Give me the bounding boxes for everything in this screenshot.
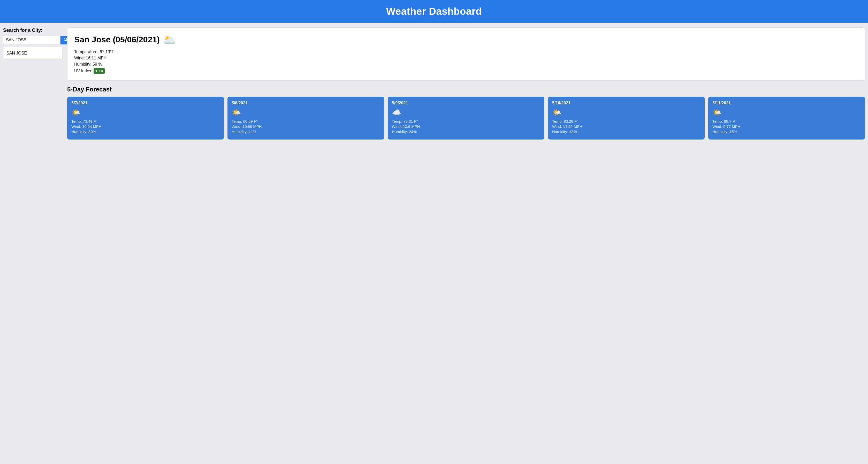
wind-value: 16.11 MPH — [86, 56, 106, 60]
forecast-temp: Temp: 78.31 F° — [392, 119, 540, 124]
forecast-cards: 5/7/2021 🌤️ Temp: 73.49 F° Wind: 10.04 M… — [67, 97, 865, 139]
search-row — [3, 36, 63, 44]
search-label: Search for a City: — [3, 27, 63, 33]
forecast-wind: Wind: 10.6 MPH — [392, 125, 540, 129]
forecast-date: 5/10/2021 — [552, 101, 701, 105]
current-weather-icon: 🌥️ — [163, 33, 176, 46]
sidebar: Search for a City: SAN JOSE — [3, 27, 63, 59]
forecast-day-card: 5/9/2021 ☁️ Temp: 78.31 F° Wind: 10.6 MP… — [388, 97, 545, 139]
forecast-temp: Temp: 80.69 F° — [231, 119, 380, 124]
forecast-date: 5/8/2021 — [231, 101, 380, 105]
search-input[interactable] — [3, 36, 61, 44]
content-area: San Jose (05/06/2021) 🌥️ Temperature: 67… — [67, 27, 865, 139]
forecast-day-card: 5/11/2021 🌤️ Temp: 88.7 F° Wind: 5.77 MP… — [708, 97, 865, 139]
search-results: SAN JOSE — [3, 47, 63, 59]
app-title: Weather Dashboard — [0, 6, 868, 17]
app-header: Weather Dashboard — [0, 0, 868, 23]
forecast-humidity: Humidity: 13% — [552, 130, 701, 134]
city-name: San Jose (05/06/2021) — [74, 35, 160, 44]
temperature-detail: Temperature: 67.19°F — [74, 49, 858, 54]
wind-detail: Wind: 16.11 MPH — [74, 56, 858, 61]
main-layout: Search for a City: SAN JOSE San Jose (05… — [0, 23, 868, 144]
forecast-humidity: Humidity: 15% — [712, 130, 861, 134]
list-item[interactable]: SAN JOSE — [3, 47, 62, 59]
forecast-weather-icon: 🌤️ — [231, 108, 380, 117]
current-weather-card: San Jose (05/06/2021) 🌥️ Temperature: 67… — [67, 27, 865, 80]
forecast-humidity: Humidity: 11% — [231, 130, 380, 134]
forecast-weather-icon: ☁️ — [392, 108, 540, 117]
forecast-weather-icon: 🌤️ — [552, 108, 701, 117]
wind-label: Wind: — [74, 56, 85, 60]
humidity-detail: Humidity: 59 % — [74, 62, 858, 67]
forecast-temp: Temp: 83.28 F° — [552, 119, 701, 124]
forecast-title: 5-Day Forecast — [67, 86, 865, 93]
forecast-wind: Wind: 10.89 MPH — [231, 125, 380, 129]
humidity-value: 59 % — [93, 62, 102, 66]
forecast-temp: Temp: 73.49 F° — [71, 119, 220, 124]
forecast-day-card: 5/7/2021 🌤️ Temp: 73.49 F° Wind: 10.04 M… — [67, 97, 224, 139]
forecast-wind: Wind: 5.77 MPH — [712, 125, 861, 129]
forecast-wind: Wind: 11.52 MPH — [552, 125, 701, 129]
forecast-date: 5/9/2021 — [392, 101, 540, 105]
forecast-wind: Wind: 10.04 MPH — [71, 125, 220, 129]
city-title: San Jose (05/06/2021) 🌥️ — [74, 33, 858, 46]
forecast-day-card: 5/10/2021 🌤️ Temp: 83.28 F° Wind: 11.52 … — [548, 97, 705, 139]
forecast-date: 5/11/2021 — [712, 101, 861, 105]
forecast-humidity: Humidity: 24% — [392, 130, 540, 134]
uv-badge: 1.14 — [94, 68, 105, 74]
temperature-label: Temperature: — [74, 49, 98, 54]
temperature-value: 67.19°F — [100, 49, 114, 54]
forecast-weather-icon: 🌤️ — [712, 108, 861, 117]
uv-detail: UV Index: 1.14 — [74, 68, 858, 74]
forecast-temp: Temp: 88.7 F° — [712, 119, 861, 124]
forecast-weather-icon: 🌤️ — [71, 108, 220, 117]
forecast-day-card: 5/8/2021 🌤️ Temp: 80.69 F° Wind: 10.89 M… — [227, 97, 384, 139]
uv-label: UV Index: — [74, 69, 92, 73]
forecast-date: 5/7/2021 — [71, 101, 220, 105]
forecast-humidity: Humidity: 30% — [71, 130, 220, 134]
humidity-label: Humidity: — [74, 62, 92, 66]
forecast-section: 5-Day Forecast 5/7/2021 🌤️ Temp: 73.49 F… — [67, 86, 865, 139]
